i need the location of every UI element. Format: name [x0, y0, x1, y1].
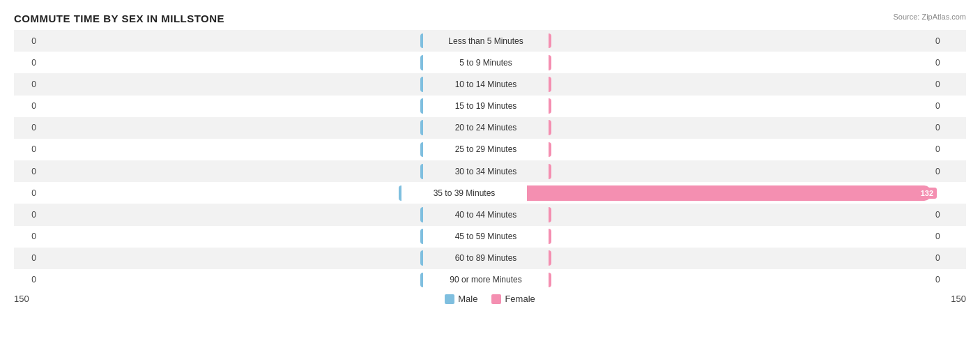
row-label: 90 or more Minutes — [423, 275, 549, 285]
female-value: 0 — [931, 275, 966, 285]
bars-inner: Less than 5 Minutes — [40, 30, 931, 52]
legend-male-box — [445, 294, 454, 304]
male-value: 0 — [14, 36, 40, 46]
bars-inner: 90 or more Minutes — [40, 269, 931, 291]
male-value: 0 — [14, 101, 40, 111]
female-bar-area: 132 — [527, 185, 931, 201]
male-bar-area — [40, 98, 423, 114]
bars-inner: 35 to 39 Minutes 132 — [40, 182, 931, 204]
female-bar-area — [549, 98, 931, 114]
legend-male: Male — [445, 294, 477, 304]
female-value: 0 — [931, 232, 966, 241]
bars-center: 90 or more Minutes — [40, 269, 931, 291]
female-bar-area — [549, 55, 931, 70]
bar-row: 0 45 to 59 Minutes 0 — [14, 226, 966, 248]
bar-row: 0 60 to 89 Minutes 0 — [14, 248, 966, 269]
male-bar-area — [40, 229, 423, 244]
bars-inner: 30 to 34 Minutes — [40, 160, 931, 182]
row-label: 5 to 9 Minutes — [423, 58, 549, 68]
female-value: 0 — [931, 58, 966, 68]
bars-inner: 10 to 14 Minutes — [40, 73, 931, 95]
male-value: 0 — [14, 188, 40, 198]
row-label: Less than 5 Minutes — [423, 36, 549, 46]
axis-min-left: 150 — [14, 294, 56, 304]
row-label: 30 to 34 Minutes — [423, 167, 549, 176]
male-value: 0 — [14, 123, 40, 132]
axis-max-right: 150 — [924, 294, 966, 304]
legend-female: Female — [491, 294, 535, 304]
bar-row: 0 25 to 29 Minutes 0 — [14, 139, 966, 160]
bars-center: 40 to 44 Minutes — [40, 204, 931, 225]
female-bar — [549, 273, 551, 288]
male-bar-area — [40, 33, 423, 49]
bar-row: 0 Less than 5 Minutes 0 — [14, 30, 966, 52]
bar-row: 0 90 or more Minutes 0 — [14, 269, 966, 291]
female-value: 0 — [931, 123, 966, 132]
female-bar-area — [549, 164, 931, 179]
bars-inner: 60 to 89 Minutes — [40, 248, 931, 269]
female-bar — [549, 250, 551, 266]
bars-center: 60 to 89 Minutes — [40, 248, 931, 269]
chart-footer: 150 Male Female 150 — [14, 294, 966, 304]
bars-inner: 45 to 59 Minutes — [40, 226, 931, 248]
bars-inner: 15 to 19 Minutes — [40, 96, 931, 117]
bars-center: 15 to 19 Minutes — [40, 96, 931, 117]
female-value: 0 — [931, 36, 966, 46]
male-bar-area — [40, 164, 423, 179]
male-bar-area — [40, 55, 423, 70]
chart-container: COMMUTE TIME BY SEX IN MILLSTONE Source:… — [0, 0, 980, 364]
bars-inner: 25 to 29 Minutes — [40, 139, 931, 160]
row-label: 15 to 19 Minutes — [423, 101, 549, 111]
row-label: 45 to 59 Minutes — [423, 232, 549, 241]
female-bar-area — [549, 273, 931, 288]
female-bar-area — [549, 120, 931, 135]
chart-title: COMMUTE TIME BY SEX IN MILLSTONE — [14, 13, 966, 24]
rows-wrapper: 0 Less than 5 Minutes 0 0 — [14, 30, 966, 291]
bars-center: Less than 5 Minutes — [40, 30, 931, 52]
male-bar-area — [40, 77, 423, 92]
legend-female-label: Female — [505, 294, 535, 304]
female-bar — [549, 142, 551, 158]
legend: Male Female — [445, 294, 535, 304]
bars-center: 5 to 9 Minutes — [40, 52, 931, 73]
row-label: 35 to 39 Minutes — [401, 188, 527, 198]
female-value: 0 — [931, 79, 966, 89]
female-bar-area — [549, 229, 931, 244]
bars-center: 20 to 24 Minutes — [40, 117, 931, 139]
male-bar-area — [40, 142, 423, 158]
female-bar — [549, 120, 551, 135]
bar-row: 0 20 to 24 Minutes 0 — [14, 117, 966, 139]
bar-row: 0 30 to 34 Minutes 0 — [14, 160, 966, 182]
male-value: 0 — [14, 253, 40, 263]
bars-center: 35 to 39 Minutes 132 — [40, 182, 931, 204]
bar-row: 0 40 to 44 Minutes 0 — [14, 204, 966, 225]
female-bar — [549, 55, 551, 70]
male-value: 0 — [14, 167, 40, 176]
female-bar — [549, 229, 551, 244]
bars-center: 30 to 34 Minutes — [40, 160, 931, 182]
male-value: 0 — [14, 275, 40, 285]
female-bar-area — [549, 77, 931, 92]
male-value: 0 — [14, 210, 40, 220]
male-value: 0 — [14, 79, 40, 89]
female-bar — [549, 77, 551, 92]
male-value: 0 — [14, 58, 40, 68]
chart-area: 0 Less than 5 Minutes 0 0 — [14, 30, 966, 312]
male-bar-area — [40, 120, 423, 135]
bars-inner: 40 to 44 Minutes — [40, 204, 931, 225]
female-bar-area — [549, 250, 931, 266]
row-label: 10 to 14 Minutes — [423, 79, 549, 89]
bars-center: 25 to 29 Minutes — [40, 139, 931, 160]
female-bar: 132 — [527, 185, 931, 201]
female-bar-area — [549, 142, 931, 158]
female-bar — [549, 98, 551, 114]
female-bar-area — [549, 207, 931, 222]
female-value: 0 — [931, 210, 966, 220]
male-value: 0 — [14, 144, 40, 154]
bars-inner: 20 to 24 Minutes — [40, 117, 931, 139]
bar-row: 0 5 to 9 Minutes 0 — [14, 52, 966, 73]
female-bar-area — [549, 33, 931, 49]
bar-row: 0 15 to 19 Minutes 0 — [14, 96, 966, 117]
female-value-badge: 132 — [917, 188, 937, 199]
legend-male-label: Male — [458, 294, 477, 304]
